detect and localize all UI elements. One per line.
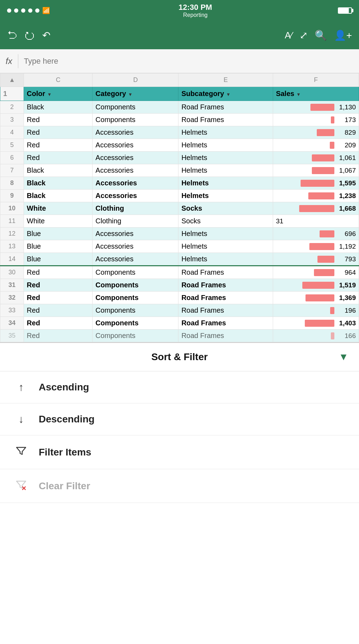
cell-color[interactable]: Black [24, 190, 93, 202]
cell-subcategory[interactable]: Helmets [178, 190, 273, 202]
ascending-menu-item[interactable]: ↑ Ascending [0, 371, 359, 403]
cell-color[interactable]: White [24, 202, 93, 215]
table-row[interactable]: 30 Red Components Road Frames 964 [0, 266, 359, 279]
cell-sales[interactable]: 1,067 [273, 164, 359, 177]
cell-sales[interactable]: 696 [273, 228, 359, 240]
cell-category[interactable]: Components [93, 317, 178, 330]
table-row[interactable]: 32 Red Components Road Frames 1,369 [0, 292, 359, 304]
cell-category[interactable]: Accessories [93, 139, 178, 152]
cell-color[interactable]: Black [24, 177, 93, 190]
table-row[interactable]: 12 Blue Accessories Helmets 696 [0, 228, 359, 240]
table-row[interactable]: 8 Black Accessories Helmets 1,595 [0, 177, 359, 190]
cell-color[interactable]: Red [24, 152, 93, 164]
cell-category[interactable]: Clothing [93, 215, 178, 228]
cell-color[interactable]: Blue [24, 228, 93, 240]
doc-refresh-icon[interactable]: ⭮ [24, 29, 35, 42]
cell-subcategory[interactable]: Road Frames [178, 317, 273, 330]
cell-category[interactable]: Accessories [93, 126, 178, 139]
cell-subcategory[interactable]: Helmets [178, 253, 273, 266]
font-edit-icon[interactable]: A∕ [285, 30, 292, 41]
cell-category[interactable]: Accessories [93, 177, 178, 190]
cell-sales[interactable]: 1,061 [273, 152, 359, 164]
cell-category[interactable]: Accessories [93, 152, 178, 164]
cell-subcategory[interactable]: Helmets [178, 152, 273, 164]
table-row[interactable]: 31 Red Components Road Frames 1,519 [0, 279, 359, 292]
cell-color[interactable]: Red [24, 292, 93, 304]
table-row[interactable]: 11 White Clothing Socks 31 [0, 215, 359, 228]
filter-items-menu-item[interactable]: Filter Items [0, 435, 359, 469]
cell-subcategory[interactable]: Road Frames [178, 114, 273, 126]
cell-subcategory[interactable]: Road Frames [178, 292, 273, 304]
search-icon[interactable]: 🔍 [315, 30, 327, 41]
cell-subcategory[interactable]: Road Frames [178, 266, 273, 279]
add-person-icon[interactable]: 👤+ [334, 30, 352, 41]
sort-filter-chevron-icon[interactable]: ▼ [339, 351, 348, 363]
table-row[interactable]: 4 Red Accessories Helmets 829 [0, 126, 359, 139]
clear-filter-menu-item[interactable]: Clear Filter [0, 469, 359, 503]
cell-sales[interactable]: 209 [273, 139, 359, 152]
cell-color[interactable]: Red [24, 266, 93, 279]
cell-category[interactable]: Components [93, 279, 178, 292]
table-row[interactable]: 9 Black Accessories Helmets 1,238 [0, 190, 359, 202]
header-category[interactable]: Category ▼ [93, 87, 178, 101]
header-subcategory[interactable]: Subcategory ▼ [178, 87, 273, 101]
cell-sales[interactable]: 1,403 [273, 317, 359, 330]
cell-sales[interactable]: 1,519 [273, 279, 359, 292]
formula-input[interactable] [24, 57, 353, 66]
cell-category[interactable]: Accessories [93, 190, 178, 202]
cell-sales[interactable]: 829 [273, 126, 359, 139]
cell-color[interactable]: Red [24, 317, 93, 330]
cell-category[interactable]: Clothing [93, 202, 178, 215]
cell-color[interactable]: White [24, 215, 93, 228]
cell-subcategory[interactable]: Helmets [178, 240, 273, 253]
cell-subcategory[interactable]: Helmets [178, 126, 273, 139]
cell-category[interactable]: Components [93, 304, 178, 317]
cell-color[interactable]: Red [24, 139, 93, 152]
cell-sales[interactable]: 31 [273, 215, 359, 228]
table-row[interactable]: 10 White Clothing Socks 1,668 [0, 202, 359, 215]
header-color[interactable]: Color ▼ [24, 87, 93, 101]
cell-subcategory[interactable]: Helmets [178, 228, 273, 240]
cell-subcategory[interactable]: Road Frames [178, 304, 273, 317]
cell-category[interactable]: Accessories [93, 240, 178, 253]
cell-color[interactable]: Black [24, 164, 93, 177]
cell-sales[interactable]: 166 [273, 330, 359, 342]
cell-sales[interactable]: 1,238 [273, 190, 359, 202]
cell-subcategory[interactable]: Road Frames [178, 279, 273, 292]
cell-category[interactable]: Components [93, 292, 178, 304]
table-row[interactable]: 5 Red Accessories Helmets 209 [0, 139, 359, 152]
cell-sales[interactable]: 964 [273, 266, 359, 279]
table-row[interactable]: 33 Red Components Road Frames 196 [0, 304, 359, 317]
cell-sales[interactable]: 1,130 [273, 101, 359, 114]
cell-color[interactable]: Red [24, 279, 93, 292]
color-filter-arrow[interactable]: ▼ [47, 92, 52, 97]
cell-category[interactable]: Accessories [93, 164, 178, 177]
table-row[interactable]: 14 Blue Accessories Helmets 793 [0, 253, 359, 266]
cell-subcategory[interactable]: Helmets [178, 164, 273, 177]
subcategory-filter-arrow[interactable]: ▼ [226, 92, 231, 97]
cell-category[interactable]: Accessories [93, 253, 178, 266]
cell-color[interactable]: Red [24, 330, 93, 342]
cell-category[interactable]: Components [93, 330, 178, 342]
cell-category[interactable]: Components [93, 101, 178, 114]
cell-subcategory[interactable]: Helmets [178, 139, 273, 152]
table-row[interactable]: 2 Black Components Road Frames 1,130 [0, 101, 359, 114]
cell-subcategory[interactable]: Socks [178, 215, 273, 228]
table-row[interactable]: 35 Red Components Road Frames 166 [0, 330, 359, 342]
cell-subcategory[interactable]: Road Frames [178, 101, 273, 114]
cell-category[interactable]: Accessories [93, 228, 178, 240]
table-row[interactable]: 13 Blue Accessories Helmets 1,192 [0, 240, 359, 253]
cell-color[interactable]: Red [24, 114, 93, 126]
table-row[interactable]: 3 Red Components Road Frames 173 [0, 114, 359, 126]
undo-icon[interactable]: ↶ [42, 30, 50, 41]
cell-color[interactable]: Red [24, 126, 93, 139]
cell-sales[interactable]: 196 [273, 304, 359, 317]
cell-sales[interactable]: 1,192 [273, 240, 359, 253]
cell-color[interactable]: Red [24, 304, 93, 317]
cell-category[interactable]: Components [93, 266, 178, 279]
cell-sales[interactable]: 793 [273, 253, 359, 266]
cell-color[interactable]: Black [24, 101, 93, 114]
cell-category[interactable]: Components [93, 114, 178, 126]
cell-sales[interactable]: 1,595 [273, 177, 359, 190]
category-filter-arrow[interactable]: ▼ [128, 92, 133, 97]
